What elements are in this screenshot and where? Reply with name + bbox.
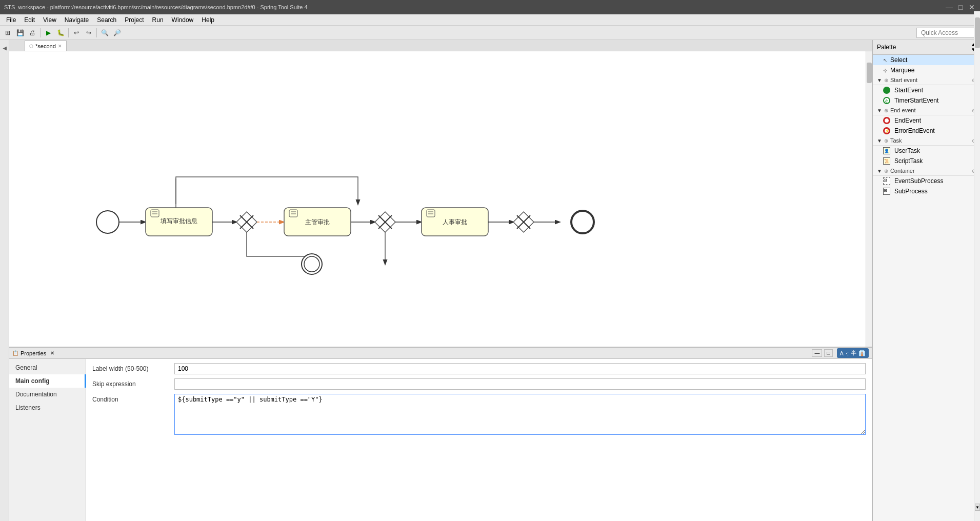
prop-tab-documentation[interactable]: Documentation: [9, 388, 86, 401]
end-event[interactable]: [571, 211, 594, 233]
palette-item-end-event[interactable]: EndEvent: [873, 115, 980, 126]
left-gutter: ▶: [0, 40, 9, 521]
properties-header: 📋 Properties ✕ — □ A ·; 半 👔: [9, 348, 872, 359]
quick-access-input[interactable]: [916, 28, 978, 38]
user-task-icon: 👤: [883, 147, 890, 154]
editor-tab-second[interactable]: ⬡ *second ✕: [25, 41, 67, 51]
skip-expression-label: Skip expression: [92, 378, 174, 388]
palette-item-user-task[interactable]: 👤 UserTask: [873, 146, 980, 156]
prop-tab-mainconfig[interactable]: Main config: [9, 374, 86, 388]
palette-item-marquee[interactable]: ⊹ Marquee: [873, 65, 980, 75]
start-event-expand-icon: ⊕: [884, 77, 888, 83]
prop-tab-general[interactable]: General: [9, 361, 86, 374]
event-sub-process-icon: ⊡: [883, 177, 890, 185]
properties-title: Properties: [21, 350, 46, 356]
skip-expression-input[interactable]: [174, 378, 866, 390]
menu-view[interactable]: View: [39, 15, 61, 25]
menu-project[interactable]: Project: [121, 15, 148, 25]
toolbar-new[interactable]: ⊞: [2, 27, 13, 38]
props-icon-4: 👔: [858, 350, 866, 356]
svg-point-25: [304, 256, 319, 272]
props-icon-1: A: [840, 350, 844, 356]
toolbar-print[interactable]: 🖨: [27, 27, 38, 38]
svg-text:主管审批: 主管审批: [305, 218, 330, 226]
palette-section-task[interactable]: ▼ ⊕ Task ⊙: [873, 136, 980, 146]
skip-expression-row: Skip expression: [92, 378, 866, 390]
marquee-icon: ⊹: [883, 68, 887, 73]
palette-section-start-event[interactable]: ▼ ⊕ Start event ⊙: [873, 75, 980, 85]
title-text: STS_workspace - platform:/resource/activ…: [4, 4, 308, 10]
menu-search[interactable]: Search: [93, 15, 121, 25]
svg-text:填写审批信息: 填写审批信息: [160, 217, 197, 225]
properties-tabs: General Main config Documentation Listen…: [9, 359, 86, 521]
toolbar-sep-3: [96, 28, 97, 37]
container-collapse-icon: ▼: [877, 168, 882, 174]
start-event-icon: [883, 87, 890, 94]
canvas-scroll-thumb[interactable]: [867, 63, 872, 83]
menu-window[interactable]: Window: [168, 15, 198, 25]
palette-item-start-event[interactable]: StartEvent: [873, 85, 980, 95]
minimize-button[interactable]: —: [945, 3, 953, 11]
palette-scroll-thumb[interactable]: [975, 17, 980, 48]
toolbar: ⊞ 💾 🖨 ▶ 🐛 ↩ ↪ 🔍 🔎: [0, 26, 980, 40]
palette-section-container[interactable]: ▼ ⊕ Container ⊙: [873, 166, 980, 176]
diagram-canvas[interactable]: 填写审批信息 主管审批: [9, 51, 872, 347]
menu-run[interactable]: Run: [148, 15, 168, 25]
palette-title: Palette: [877, 44, 896, 51]
error-end-icon: ⚡: [883, 127, 890, 134]
editor-panel: ⬡ *second ✕: [9, 40, 872, 521]
palette-item-error-end[interactable]: ⚡ ErrorEndEvent: [873, 126, 980, 136]
toolbar-save[interactable]: 💾: [14, 27, 26, 38]
tab-close-icon[interactable]: ✕: [58, 44, 62, 49]
props-minimize-btn[interactable]: —: [812, 349, 822, 357]
subprocess-icon: ⊟: [883, 188, 890, 195]
menu-file[interactable]: File: [2, 15, 20, 25]
end-event-collapse-icon: ▼: [877, 108, 882, 113]
tab-bar: ⬡ *second ✕: [9, 40, 872, 51]
menu-help[interactable]: Help: [197, 15, 218, 25]
canvas-scrollbar[interactable]: [866, 51, 872, 347]
container-expand-icon: ⊕: [884, 168, 888, 174]
toolbar-zoom-out[interactable]: 🔎: [111, 27, 123, 38]
palette-scrollbar[interactable]: ▼: [974, 11, 980, 521]
end-event-icon: [883, 117, 890, 124]
close-button[interactable]: ✕: [968, 3, 976, 11]
palette-item-select[interactable]: ↖ Select: [873, 55, 980, 65]
palette-scroll[interactable]: ↖ Select ⊹ Marquee ▼ ⊕ Start event ⊙ Sta…: [873, 55, 980, 521]
palette-item-script-task[interactable]: 📜 ScriptTask: [873, 156, 980, 166]
properties-close-icon[interactable]: ✕: [50, 350, 54, 356]
main-area: ▶ ⬡ *second ✕: [0, 40, 980, 521]
palette-header: Palette ▲ ▼: [873, 40, 980, 55]
props-icon-2: ·;: [846, 350, 849, 356]
window-controls: — □ ✕: [945, 3, 976, 11]
toolbar-undo[interactable]: ↩: [71, 27, 82, 38]
toolbar-debug[interactable]: 🐛: [55, 27, 66, 38]
start-event-collapse-icon: ▼: [877, 77, 882, 83]
maximize-button[interactable]: □: [956, 3, 965, 11]
toolbar-redo[interactable]: ↪: [83, 27, 94, 38]
condition-textarea[interactable]: ${submitType =="y" || submitType =="Y"}: [174, 394, 866, 435]
palette-item-timer-start[interactable]: ⏱ TimerStartEvent: [873, 95, 980, 106]
label-width-row: Label width (50-500): [92, 363, 866, 374]
toolbar-zoom-in[interactable]: 🔍: [99, 27, 110, 38]
tab-name: *second: [35, 43, 56, 49]
prop-tab-listeners[interactable]: Listeners: [9, 401, 86, 414]
label-width-input[interactable]: [174, 363, 866, 374]
menu-navigate[interactable]: Navigate: [61, 15, 93, 25]
properties-panel: 📋 Properties ✕ — □ A ·; 半 👔 Gen: [9, 347, 872, 521]
title-bar: STS_workspace - platform:/resource/activ…: [0, 0, 980, 14]
timer-start-icon: ⏱: [883, 97, 890, 104]
select-cursor-icon: ↖: [883, 57, 887, 63]
properties-content: General Main config Documentation Listen…: [9, 359, 872, 521]
props-icon-3: 半: [851, 349, 856, 357]
properties-form: Label width (50-500) Skip expression Con…: [86, 359, 872, 521]
menu-edit[interactable]: Edit: [20, 15, 39, 25]
palette-item-subprocess[interactable]: ⊟ SubProcess: [873, 186, 980, 196]
palette-scroll-down-btn[interactable]: ▼: [975, 504, 980, 511]
toolbar-run[interactable]: ▶: [43, 27, 54, 38]
start-event[interactable]: [96, 211, 119, 233]
palette-item-event-sub-process[interactable]: ⊡ EventSubProcess: [873, 176, 980, 186]
palette-section-end-event[interactable]: ▼ ⊕ End event ⊙: [873, 106, 980, 115]
props-maximize-btn[interactable]: □: [824, 349, 832, 357]
svg-text:人事审批: 人事审批: [443, 218, 467, 226]
